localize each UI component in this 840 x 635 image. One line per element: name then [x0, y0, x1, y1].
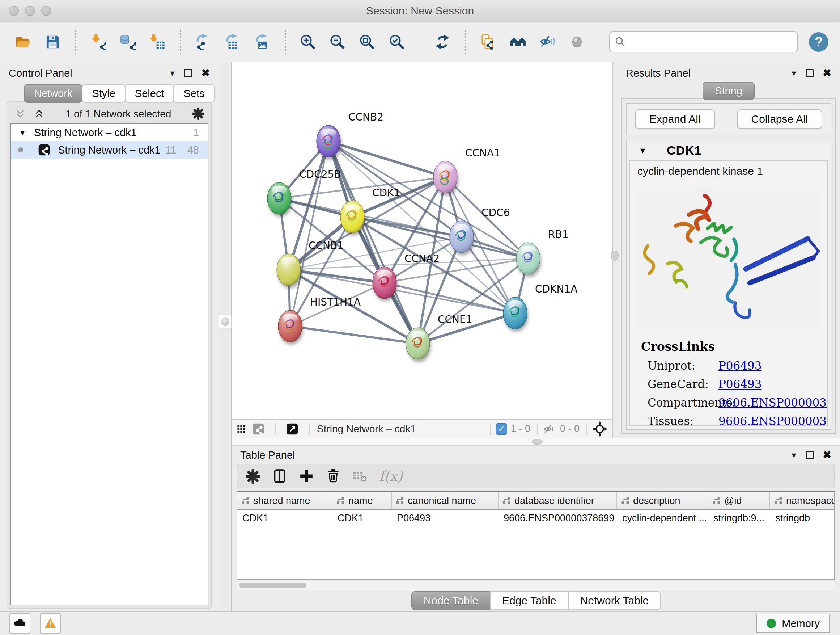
- save-session-icon[interactable]: [44, 34, 61, 50]
- column-header[interactable]: name: [332, 492, 392, 509]
- divider-drag-handle[interactable]: [532, 439, 543, 445]
- first-neighbors-icon[interactable]: [509, 34, 526, 50]
- left-panel-divider[interactable]: [218, 62, 232, 611]
- tab-edge-table[interactable]: Edge Table: [490, 591, 569, 610]
- delete-column-icon[interactable]: [352, 469, 368, 484]
- search-input[interactable]: [630, 36, 793, 48]
- search-box[interactable]: [609, 32, 798, 52]
- tab-string[interactable]: String: [703, 82, 755, 100]
- control-panel-tabs: Network Style Select Sets: [24, 84, 218, 103]
- control-panel-title: Control Panel: [9, 67, 73, 79]
- tab-style[interactable]: Style: [82, 84, 125, 103]
- gene-section-header[interactable]: ▾ CDK1: [627, 141, 831, 160]
- network-node-CDKN1A[interactable]: CDKN1A: [503, 283, 577, 329]
- divider-drag-handle[interactable]: [218, 315, 232, 328]
- table-row[interactable]: CDK1CDK1P064939606.ENSP00000378699cyclin…: [237, 510, 834, 526]
- import-network-database-icon[interactable]: [119, 34, 136, 50]
- cloud-button[interactable]: [9, 613, 30, 633]
- open-file-icon[interactable]: [14, 34, 31, 50]
- warning-button[interactable]: [40, 613, 61, 633]
- table-cell: stringdb: [770, 510, 834, 526]
- horizontal-scrollbar[interactable]: [237, 580, 835, 590]
- results-panel-divider[interactable]: [612, 62, 617, 438]
- export-table-icon[interactable]: [224, 34, 241, 50]
- settings-gear-icon[interactable]: [192, 107, 205, 120]
- column-header[interactable]: description: [617, 492, 708, 509]
- zoom-selected-icon[interactable]: [388, 34, 405, 50]
- zoom-fit-icon[interactable]: [359, 34, 376, 50]
- network-node-CCNA1[interactable]: CCNA1: [433, 147, 500, 193]
- network-node-CCNB2[interactable]: CCNB2: [317, 111, 384, 157]
- export-network-icon[interactable]: [195, 34, 211, 50]
- crosslink-link[interactable]: 9606.ENSP00000378699: [718, 415, 828, 426]
- clone-network-icon[interactable]: [480, 34, 496, 50]
- columns-icon[interactable]: [272, 469, 287, 484]
- float-panel-icon[interactable]: [806, 69, 813, 78]
- close-panel-icon[interactable]: ✖: [823, 68, 831, 78]
- refresh-layout-icon[interactable]: [434, 34, 451, 50]
- tree-expand-icon[interactable]: ▾: [20, 127, 25, 138]
- column-header[interactable]: namespace: [770, 492, 834, 509]
- collapse-all-button[interactable]: Collapse All: [737, 109, 823, 129]
- table-panel-divider[interactable]: [232, 438, 840, 446]
- settings-gear-icon[interactable]: [245, 469, 261, 484]
- show-all-icon[interactable]: [569, 34, 585, 50]
- memory-button[interactable]: Memory: [756, 614, 830, 633]
- collapse-all-icon[interactable]: [14, 108, 26, 120]
- float-panel-icon[interactable]: [184, 69, 192, 78]
- hide-selected-icon[interactable]: [539, 34, 556, 50]
- crosslink-link[interactable]: 9606.ENSP00000378699: [718, 396, 828, 409]
- network-row[interactable]: String Network – cdk1 11 48: [11, 141, 208, 158]
- network-collection-row[interactable]: ▾ String Network – cdk1 1: [11, 124, 208, 141]
- minimize-window-button[interactable]: [25, 6, 35, 16]
- cloud-icon: [13, 617, 27, 630]
- share-view-icon[interactable]: [252, 423, 265, 435]
- network-node-RB1[interactable]: RB1: [516, 228, 568, 274]
- collapse-panel-icon[interactable]: ▾: [170, 69, 174, 78]
- column-header[interactable]: database identifier: [499, 492, 617, 509]
- crosshair-icon[interactable]: [592, 421, 608, 437]
- close-window-button[interactable]: [9, 6, 19, 16]
- collapse-section-icon[interactable]: ▾: [640, 145, 645, 156]
- float-panel-icon[interactable]: [806, 451, 813, 459]
- tab-node-table[interactable]: Node Table: [411, 591, 491, 610]
- toolbar-icons: [14, 29, 598, 55]
- column-header[interactable]: @id: [708, 492, 770, 509]
- network-graph[interactable]: CCNB2CCNA1CDC25BCDK1CDC6RB1CCNB1CCNA2CDK…: [232, 62, 612, 420]
- add-row-icon[interactable]: [299, 469, 314, 484]
- zoom-window-button[interactable]: [41, 6, 51, 16]
- expand-all-button[interactable]: Expand All: [635, 109, 715, 129]
- crosslink-label: GeneCard:: [647, 378, 718, 391]
- zoom-out-icon[interactable]: [329, 34, 346, 50]
- divider-drag-handle[interactable]: [611, 250, 619, 261]
- export-image-icon[interactable]: [254, 34, 271, 50]
- crosslink-link[interactable]: P06493: [718, 378, 761, 391]
- tab-select[interactable]: Select: [125, 84, 174, 103]
- crosslink-label: Tissues:: [647, 415, 718, 426]
- import-table-icon[interactable]: [149, 34, 166, 50]
- help-button[interactable]: ?: [809, 32, 829, 52]
- network-icon: [38, 143, 51, 157]
- grid-view-icon[interactable]: [236, 424, 247, 434]
- scrollbar-thumb[interactable]: [239, 583, 306, 588]
- table-panel: Table Panel ▾ ✖ f(x) shared namenamecano…: [232, 446, 840, 611]
- network-canvas[interactable]: CCNB2CCNA1CDC25BCDK1CDC6RB1CCNB1CCNA2CDK…: [232, 62, 612, 419]
- crosslink-link[interactable]: P06493: [718, 359, 761, 372]
- open-window-icon[interactable]: [286, 423, 299, 435]
- tab-network[interactable]: Network: [24, 84, 82, 103]
- column-header[interactable]: shared name: [237, 492, 332, 509]
- tab-network-table[interactable]: Network Table: [568, 591, 661, 610]
- zoom-in-icon[interactable]: [300, 34, 316, 50]
- collapse-panel-icon[interactable]: ▾: [791, 69, 796, 78]
- col-header-icon: [395, 496, 405, 505]
- import-network-file-icon[interactable]: [90, 34, 106, 50]
- collapse-panel-icon[interactable]: ▾: [791, 451, 796, 459]
- close-panel-icon[interactable]: ✖: [202, 68, 210, 78]
- delete-row-icon[interactable]: [325, 469, 341, 484]
- selected-nodes-checkbox[interactable]: ✓: [496, 423, 507, 435]
- function-builder-icon[interactable]: f(x): [379, 468, 403, 484]
- close-panel-icon[interactable]: ✖: [823, 450, 831, 460]
- tab-sets[interactable]: Sets: [173, 84, 215, 103]
- column-header[interactable]: canonical name: [392, 492, 499, 509]
- expand-all-icon[interactable]: [33, 108, 45, 120]
